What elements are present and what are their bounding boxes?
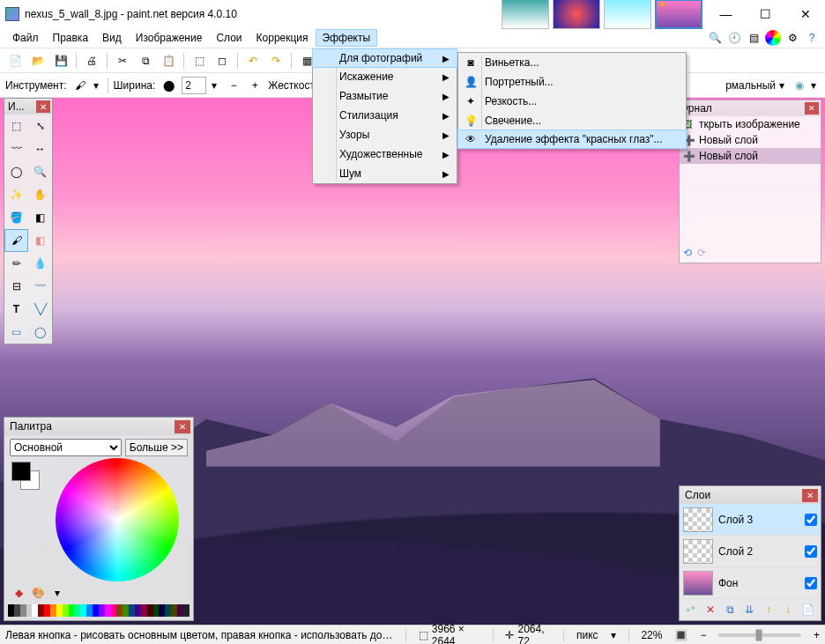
layer-row-0[interactable]: Слой 3 [680,504,821,536]
menu-adjust[interactable]: Коррекция [249,29,316,47]
width-dropdown[interactable]: ▾ [212,79,220,92]
submenu-glow[interactable]: 💡Свечение... [458,111,686,130]
cut-icon[interactable]: ✂ [113,51,132,70]
save-icon[interactable]: 💾 [51,51,71,70]
palette-close-button[interactable]: ✕ [175,420,190,433]
submenu-redeye[interactable]: 👁Удаление эффекта "красных глаз"... [457,130,687,149]
tools-window-icon[interactable]: 🔍 [707,30,723,46]
effects-item-artistic[interactable]: Художественные▶ [313,144,457,164]
tool-ellipse-select[interactable]: ◯ [4,160,28,183]
redo-icon[interactable]: ↷ [266,51,286,70]
menu-layers[interactable]: Слои [209,29,249,47]
tool-brush[interactable]: 🖌 [4,229,28,252]
minimize-button[interactable]: — [706,0,746,27]
zoom-slider[interactable] [718,633,801,637]
colors-window-icon[interactable] [765,30,781,46]
zoom-in-icon[interactable]: + [814,629,820,641]
tool-picker[interactable]: 💧 [28,252,52,275]
copy-icon[interactable]: ⧉ [136,51,155,70]
tool-clone[interactable]: ⊟ [4,275,28,298]
layers-close-button[interactable]: ✕ [802,489,818,502]
layer-visible-checkbox[interactable] [805,577,817,589]
primary-color[interactable] [11,462,31,481]
zoom-window-icon[interactable]: 🔳 [674,629,688,641]
tool-eraser[interactable]: ◧ [28,229,52,252]
tool-line[interactable]: ╲╱ [28,298,52,321]
palette-add-icon[interactable]: ◆ [10,585,27,601]
thumb-2[interactable] [553,0,600,29]
effects-item-photo[interactable]: Для фотографий▶ [312,48,457,68]
tool-pencil[interactable]: ✏ [4,252,28,275]
tool-zoom[interactable]: 🔍 [28,160,52,183]
effects-item-noise[interactable]: Шум▶ [313,164,457,183]
close-window-button[interactable]: ✕ [785,0,825,27]
tool-shapes[interactable]: ◯ [28,321,52,344]
tool-rect[interactable]: ▭ [4,321,28,344]
tool-recolor[interactable]: 〰 [28,275,52,298]
layer-add-icon[interactable]: ▫⁺ [683,602,699,618]
history-close-button[interactable]: ✕ [805,102,819,115]
more-button[interactable]: Больше >> [125,439,188,456]
effects-item-distort[interactable]: Искажение▶ [313,67,457,86]
blend-dropdown[interactable]: ▾ [779,79,788,92]
palette-menu-icon[interactable]: ▾ [48,585,66,601]
tool-gradient[interactable]: ◧ [28,206,52,229]
maximize-button[interactable]: ☐ [746,0,785,27]
layer-props-icon[interactable]: 📄 [799,602,815,618]
history-redo-icon[interactable]: ⟳ [697,247,706,259]
brush-width-input[interactable] [182,77,206,94]
new-icon[interactable]: 📄 [5,51,25,70]
menu-edit[interactable]: Правка [46,29,96,47]
blend-mode-value[interactable]: рмальный [725,79,776,92]
menu-image[interactable]: Изображение [129,29,210,47]
layer-down-icon[interactable]: ↓ [780,602,796,618]
tool-pan[interactable]: ✋ [28,183,52,206]
tool-move-sel[interactable]: ⤡ [28,115,52,137]
history-item-0[interactable]: 🖼ткрыть изображение [680,116,821,132]
menu-effects[interactable]: Эффекты [316,29,378,47]
open-icon[interactable]: 📂 [28,51,48,70]
thumb-1[interactable] [502,0,549,29]
layer-row-2[interactable]: Фон [680,567,821,599]
submenu-vignette[interactable]: ◙Виньетка... [458,53,686,72]
history-undo-icon[interactable]: ⟲ [683,247,692,259]
tool-bucket[interactable]: 🪣 [4,206,28,229]
history-window-icon[interactable]: 🕘 [726,30,742,46]
effects-item-stylize[interactable]: Стилизация▶ [313,106,457,125]
undo-icon[interactable]: ↶ [243,51,263,70]
history-item-2[interactable]: ➕Новый слой [680,148,821,164]
tool-move[interactable]: ↔ [28,137,52,160]
tool-rect-select[interactable]: ⬚ [4,115,28,137]
increase-width-icon[interactable]: + [247,78,263,93]
status-zoom[interactable]: 22% [641,629,662,641]
print-icon[interactable]: 🖨 [82,51,101,70]
help-icon[interactable]: ? [804,30,820,46]
color-strip[interactable] [8,604,190,617]
tool-wand[interactable]: ✨ [4,183,28,206]
crop-icon[interactable]: ⬚ [190,51,209,70]
menu-view[interactable]: Вид [95,29,129,47]
history-item-1[interactable]: ➕Новый слой [680,132,821,148]
deselect-icon[interactable]: ◻ [212,51,232,70]
layer-duplicate-icon[interactable]: ⧉ [722,602,738,618]
tool-text[interactable]: T [4,298,28,321]
layer-up-icon[interactable]: ↑ [761,602,777,618]
layer-visible-checkbox[interactable] [805,514,817,526]
color-wheel[interactable] [56,458,179,581]
effects-item-blur[interactable]: Размытие▶ [313,86,457,106]
tool-dropdown[interactable]: ▾ [93,79,102,92]
layer-merge-icon[interactable]: ⇊ [741,602,757,618]
paste-icon[interactable]: 📋 [159,51,178,70]
settings-icon[interactable]: ⚙ [784,30,800,46]
menu-file[interactable]: Файл [5,29,46,47]
layer-delete-icon[interactable]: ✕ [702,602,718,618]
tool-lasso[interactable]: 〰 [4,137,28,160]
zoom-out-icon[interactable]: − [700,629,706,641]
decrease-width-icon[interactable]: − [226,78,242,93]
thumb-3[interactable] [604,0,651,29]
thumb-4-active[interactable]: ★ [655,0,702,29]
brush-size-icon[interactable]: ⬤ [160,78,176,93]
layer-visible-checkbox[interactable] [805,545,817,558]
effects-item-patterns[interactable]: Узоры▶ [313,125,457,144]
palette-manage-icon[interactable]: 🎨 [29,585,47,601]
